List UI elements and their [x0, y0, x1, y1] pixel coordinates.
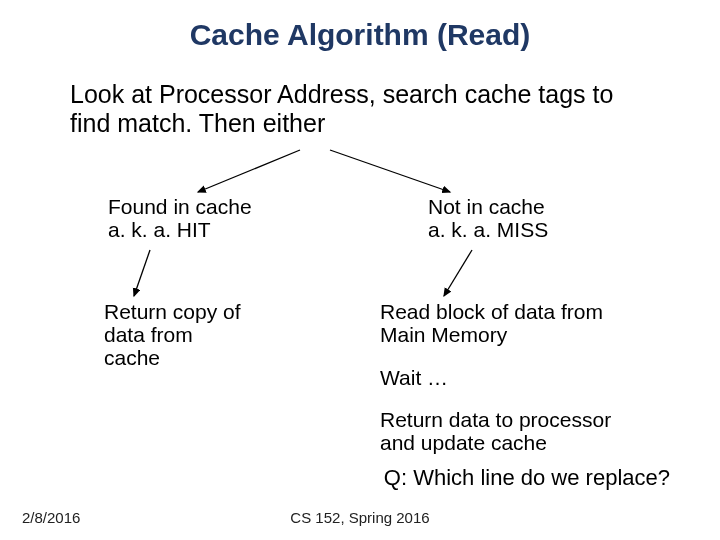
- svg-line-3: [444, 250, 472, 296]
- hit-line2: a. k. a. HIT: [108, 218, 211, 241]
- miss-line2: a. k. a. MISS: [428, 218, 548, 241]
- miss-action-1: Read block of data from Main Memory: [380, 300, 640, 346]
- hit-label: Found in cache a. k. a. HIT: [108, 195, 252, 241]
- footer-center: CS 152, Spring 2016: [0, 509, 720, 526]
- svg-line-0: [198, 150, 300, 192]
- svg-line-2: [134, 250, 150, 296]
- slide: Cache Algorithm (Read) Look at Processor…: [0, 0, 720, 540]
- miss-line1: Not in cache: [428, 195, 545, 218]
- question-text: Q: Which line do we replace?: [0, 465, 700, 491]
- intro-text: Look at Processor Address, search cache …: [70, 80, 650, 138]
- slide-title: Cache Algorithm (Read): [0, 18, 720, 52]
- hit-action: Return copy of data from cache: [104, 300, 254, 369]
- miss-action-2: Wait …: [380, 366, 640, 389]
- hit-line1: Found in cache: [108, 195, 252, 218]
- miss-action-3: Return data to processor and update cach…: [380, 408, 640, 454]
- svg-line-1: [330, 150, 450, 192]
- miss-label: Not in cache a. k. a. MISS: [428, 195, 548, 241]
